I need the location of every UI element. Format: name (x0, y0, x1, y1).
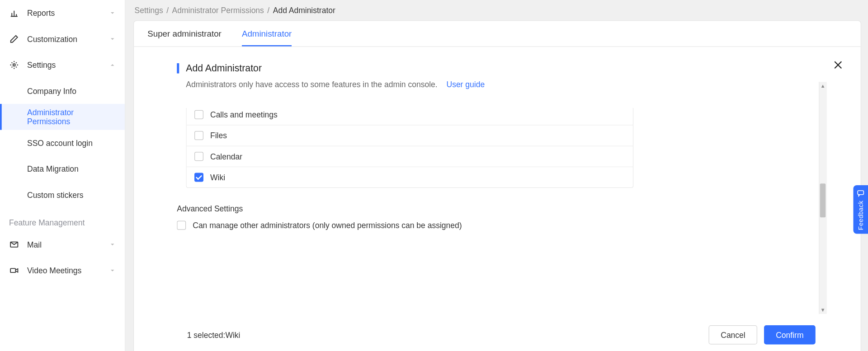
permission-row[interactable]: Calls and meetings (187, 108, 633, 125)
sidebar-item-custom-stickers[interactable]: Custom stickers (0, 182, 125, 208)
sidebar-item-mail[interactable]: Mail (0, 232, 125, 258)
sidebar-item-data-migration[interactable]: Data Migration (0, 156, 125, 182)
sidebar-item-administrator-permissions[interactable]: Administrator Permissions (0, 104, 125, 130)
close-button[interactable] (830, 57, 846, 73)
checkbox-manage-other-admins[interactable] (177, 221, 186, 230)
sidebar-label: Company Info (27, 86, 116, 95)
subtitle-text: Administrators only have access to some … (186, 80, 437, 89)
main-area: Settings / Administrator Permissions / A… (126, 0, 868, 351)
advanced-settings-title: Advanced Settings (177, 204, 642, 213)
sidebar-label: Administrator Permissions (27, 108, 116, 126)
tab-administrator[interactable]: Administrator (242, 22, 292, 47)
permission-label: Files (210, 131, 227, 140)
content-panel: Super administrator Administrator Add Ad… (133, 20, 861, 351)
chevron-down-icon (109, 36, 116, 42)
advanced-option-label: Can manage other administrators (only ow… (193, 221, 462, 230)
breadcrumb-item-current: Add Administrator (273, 6, 335, 15)
scroll-thumb[interactable] (820, 183, 826, 217)
user-guide-link[interactable]: User guide (447, 80, 485, 89)
feedback-label: Feedback (857, 201, 864, 230)
tabs: Super administrator Administrator (134, 21, 861, 47)
permission-row[interactable]: Wiki (187, 167, 633, 187)
video-icon (9, 266, 19, 276)
permission-label: Calls and meetings (210, 110, 278, 119)
permission-label: Wiki (210, 173, 225, 182)
permission-label: Calendar (210, 152, 242, 161)
sidebar-label: Settings (27, 61, 109, 70)
breadcrumb-item[interactable]: Administrator Permissions (172, 6, 264, 15)
permission-row[interactable]: Calendar (187, 146, 633, 167)
checkbox-calls-and-meetings[interactable] (194, 110, 203, 119)
scroll-arrow-up-icon[interactable]: ▲ (819, 82, 827, 90)
page-subtitle: Administrators only have access to some … (177, 80, 818, 89)
permission-row[interactable]: Files (187, 125, 633, 145)
feedback-icon (857, 189, 865, 198)
sidebar-label: Data Migration (27, 164, 116, 173)
close-icon (832, 59, 844, 70)
tab-super-administrator[interactable]: Super administrator (147, 22, 222, 47)
sidebar-label: SSO account login (27, 138, 116, 147)
breadcrumb-separator: / (166, 6, 169, 15)
chevron-down-icon (109, 241, 116, 248)
cancel-button[interactable]: Cancel (709, 325, 757, 344)
sidebar-item-sso-account-login[interactable]: SSO account login (0, 130, 125, 156)
sidebar-item-company-info[interactable]: Company Info (0, 78, 125, 104)
checkbox-calendar[interactable] (194, 152, 203, 161)
sidebar-item-video-meetings[interactable]: Video Meetings (0, 257, 125, 284)
scrollbar[interactable]: ▲ ▼ (819, 82, 827, 314)
envelope-icon (9, 239, 19, 250)
advanced-settings-section: Advanced Settings Can manage other admin… (177, 204, 642, 230)
sidebar-label: Custom stickers (27, 190, 116, 199)
title-mark (177, 63, 179, 74)
confirm-button[interactable]: Confirm (764, 325, 816, 344)
svg-rect-2 (10, 268, 15, 272)
sidebar-label: Mail (27, 240, 109, 249)
sidebar-label: Video Meetings (27, 266, 109, 275)
content-body: Add Administrator Administrators only ha… (134, 47, 861, 351)
sidebar-item-settings[interactable]: Settings (0, 52, 125, 78)
sidebar-item-customization[interactable]: Customization (0, 26, 125, 52)
chevron-up-icon (109, 61, 116, 68)
svg-rect-3 (858, 191, 863, 195)
sidebar-item-reports[interactable]: Reports (0, 0, 125, 26)
advanced-setting-row[interactable]: Can manage other administrators (only ow… (177, 221, 642, 230)
sidebar-section-feature-management: Feature Management (0, 208, 125, 232)
breadcrumb-item[interactable]: Settings (135, 6, 163, 15)
page-title: Add Administrator (186, 63, 262, 74)
chevron-down-icon (109, 267, 116, 274)
gear-icon (9, 60, 19, 70)
checkbox-files[interactable] (194, 131, 203, 140)
chevron-down-icon (109, 9, 116, 16)
selected-summary: 1 selected:Wiki (177, 330, 240, 339)
footer: 1 selected:Wiki Cancel Confirm (177, 325, 838, 344)
svg-point-0 (13, 64, 15, 66)
breadcrumb: Settings / Administrator Permissions / A… (126, 0, 868, 20)
feedback-tab[interactable]: Feedback (854, 185, 868, 234)
checkbox-wiki[interactable] (194, 173, 203, 182)
pencil-icon (9, 34, 19, 44)
sidebar-label: Customization (27, 34, 109, 43)
sidebar-label: Reports (27, 9, 109, 18)
breadcrumb-separator: / (267, 6, 269, 15)
permissions-box: Calls and meetings Files Calendar W (186, 108, 633, 188)
scroll-arrow-down-icon[interactable]: ▼ (819, 306, 827, 314)
permissions-scroll-area: Calls and meetings Files Calendar W (177, 108, 642, 314)
sidebar: Reports Customization Settings Compa (0, 0, 126, 351)
bar-chart-icon (9, 8, 19, 19)
